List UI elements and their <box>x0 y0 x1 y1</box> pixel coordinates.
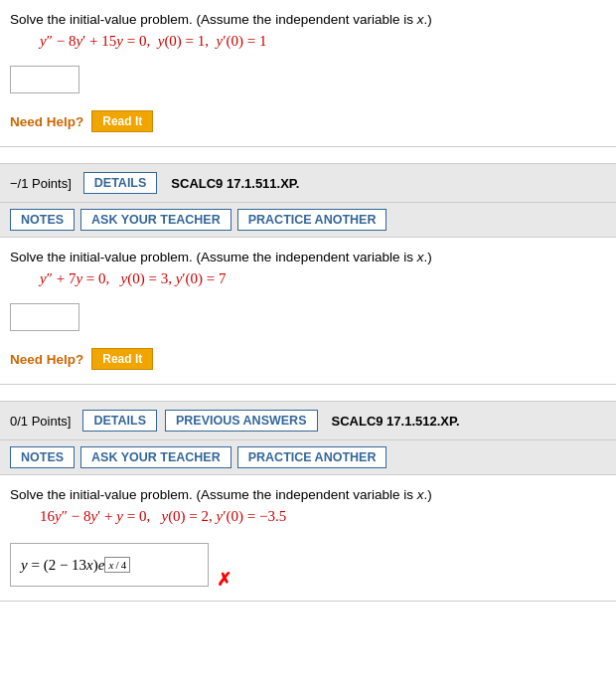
details-button-2[interactable]: DETAILS <box>83 172 158 194</box>
equation-1: y″ − 8y′ + 15y = 0, y(0) = 1, y′(0) = 1 <box>40 33 606 50</box>
problem-intro-2: Solve the initial-value problem. (Assume… <box>10 250 606 264</box>
answer-display-3: y = (2 − 13x)ex / 4 <box>10 543 209 587</box>
answer-row-3: y = (2 − 13x)ex / 4 ✗ <box>10 535 606 591</box>
header-bar-2: −/1 Points] DETAILS SCALC9 17.1.511.XP. <box>0 163 616 203</box>
problem-intro-3: Solve the initial-value problem. (Assume… <box>10 487 606 502</box>
points-label-3: 0/1 Points] <box>10 414 71 429</box>
practice-another-button-2[interactable]: PRACTICE ANOTHER <box>237 209 387 231</box>
actions-bar-2: NOTES ASK YOUR TEACHER PRACTICE ANOTHER <box>0 203 616 238</box>
scalc-label-3: SCALC9 17.1.512.XP. <box>332 414 460 429</box>
equation-2: y″ + 7y = 0, y(0) = 3, y′(0) = 7 <box>40 270 606 287</box>
practice-another-button-3[interactable]: PRACTICE ANOTHER <box>237 446 387 468</box>
prev-answers-button-3[interactable]: PREVIOUS ANSWERS <box>165 410 318 432</box>
notes-button-2[interactable]: NOTES <box>10 209 75 231</box>
section-1: Solve the initial-value problem. (Assume… <box>0 0 616 147</box>
answer-input-2[interactable] <box>10 303 79 331</box>
scalc-label-2: SCALC9 17.1.511.XP. <box>171 176 299 191</box>
problem-intro-1: Solve the initial-value problem. (Assume… <box>10 12 606 27</box>
need-help-label-2: Need Help? <box>10 352 83 367</box>
header-bar-3: 0/1 Points] DETAILS PREVIOUS ANSWERS SCA… <box>0 401 616 440</box>
points-label-2: −/1 Points] <box>10 176 72 191</box>
need-help-label-1: Need Help? <box>10 114 83 129</box>
section-2: Solve the initial-value problem. (Assume… <box>0 238 616 385</box>
need-help-row-2: Need Help? Read It <box>10 348 606 370</box>
ask-teacher-button-2[interactable]: ASK YOUR TEACHER <box>80 209 231 231</box>
answer-input-1[interactable] <box>10 66 79 93</box>
ask-teacher-button-3[interactable]: ASK YOUR TEACHER <box>80 446 231 468</box>
notes-button-3[interactable]: NOTES <box>10 446 75 468</box>
actions-bar-3: NOTES ASK YOUR TEACHER PRACTICE ANOTHER <box>0 440 616 475</box>
details-button-3[interactable]: DETAILS <box>82 410 157 432</box>
section-3: Solve the initial-value problem. (Assume… <box>0 475 616 602</box>
equation-3: 16y″ − 8y′ + y = 0, y(0) = 2, y′(0) = −3… <box>40 508 606 525</box>
read-it-button-2[interactable]: Read It <box>91 348 153 370</box>
need-help-row-1: Need Help? Read It <box>10 110 606 132</box>
read-it-button-1[interactable]: Read It <box>91 110 153 132</box>
wrong-mark-3: ✗ <box>217 569 231 591</box>
